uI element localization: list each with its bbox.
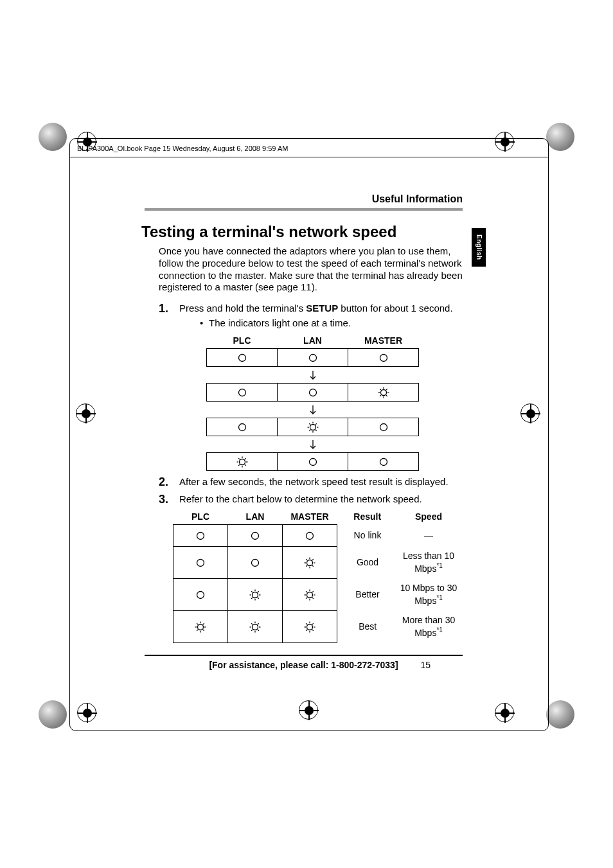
indicator-off-icon <box>195 557 206 569</box>
t2-header-master: MASTER <box>283 509 337 525</box>
intro-paragraph: Once you have connected the adaptors whe… <box>159 245 463 294</box>
indicator-on-icon <box>236 456 248 468</box>
step-1-bold: SETUP <box>306 303 338 314</box>
indicator-off-icon <box>378 352 389 364</box>
result-cell: Best <box>337 611 398 643</box>
result-cell: Better <box>337 579 398 611</box>
step-1-bullet: •The indicators light one at a time. <box>200 317 463 330</box>
step-3-text: Refer to the chart below to determine th… <box>179 493 422 504</box>
indicator-off-icon <box>307 456 319 468</box>
indicator-off-icon <box>249 557 261 569</box>
indicator-on-icon <box>249 589 261 601</box>
book-meta: BL-PA300A_OI.book Page 15 Wednesday, Aug… <box>77 145 288 152</box>
footnote-ref: *1 <box>436 626 442 633</box>
indicator-off-icon <box>378 421 389 433</box>
indicator-off-icon <box>304 530 315 542</box>
indicator-off-icon <box>378 456 389 468</box>
section-header: Useful Information <box>145 193 463 206</box>
table-row <box>207 418 419 436</box>
t2-header-result: Result <box>337 509 398 525</box>
bullet-icon: • <box>200 317 209 330</box>
arrow-down-icon <box>307 404 319 416</box>
footnote-ref: *1 <box>436 594 442 601</box>
indicator-on-icon <box>304 621 315 633</box>
footer-assist: [For assistance, please call: 1-800-272-… <box>209 660 398 671</box>
indicator-off-icon <box>195 530 206 542</box>
indicator-on-icon <box>304 589 315 601</box>
indicator-off-icon <box>249 530 261 542</box>
t1-header-plc: PLC <box>207 333 278 349</box>
indicator-off-icon <box>307 387 319 398</box>
indicator-off-icon <box>236 421 248 433</box>
table-row: Best More than 30 Mbps*1 <box>173 611 459 643</box>
table-row <box>207 349 419 367</box>
arrow-down-icon <box>307 369 319 381</box>
speed-cell: — <box>398 525 459 547</box>
page-content: Useful Information Testing a terminal's … <box>145 193 463 671</box>
indicator-off-icon <box>236 352 248 364</box>
step-number: 1. <box>159 301 168 316</box>
step-1-text-post: button for about 1 second. <box>338 303 452 314</box>
table-row <box>207 453 419 471</box>
indicator-on-icon <box>304 557 315 569</box>
indicator-off-icon <box>195 589 206 601</box>
t2-header-speed: Speed <box>398 509 459 525</box>
t1-header-master: MASTER <box>348 333 419 349</box>
step-1: 1. Press and hold the terminal's SETUP b… <box>159 303 463 471</box>
section-rule <box>145 208 463 211</box>
book-meta-rule <box>69 157 549 157</box>
page-footer: [For assistance, please call: 1-800-272-… <box>145 655 463 671</box>
indicator-off-icon <box>307 352 319 364</box>
table-row: Good Less than 10 Mbps*1 <box>173 547 459 579</box>
page-title: Testing a terminal's network speed <box>141 222 463 242</box>
page-number: 15 <box>420 660 431 671</box>
step-3: 3. Refer to the chart below to determine… <box>159 493 463 643</box>
step-1-bullet-text: The indicators light one at a time. <box>209 317 351 328</box>
step-2-text: After a few seconds, the network speed t… <box>179 476 449 487</box>
indicator-on-icon <box>378 387 389 398</box>
t2-header-lan: LAN <box>228 509 283 525</box>
indicator-on-icon <box>307 421 319 433</box>
steps-list: 1. Press and hold the terminal's SETUP b… <box>159 303 463 643</box>
result-cell: Good <box>337 547 398 579</box>
speed-cell: 10 Mbps to 30 Mbps*1 <box>398 579 459 611</box>
step-number: 2. <box>159 475 168 490</box>
speed-result-table: PLC LAN MASTER Result Speed No link — <box>173 509 459 644</box>
indicator-off-icon <box>236 387 248 398</box>
t2-header-plc: PLC <box>173 509 228 525</box>
footnote-ref: *1 <box>436 562 442 569</box>
speed-cell: Less than 10 Mbps*1 <box>398 547 459 579</box>
indicator-on-icon <box>195 621 206 633</box>
step-1-text-pre: Press and hold the terminal's <box>179 303 306 314</box>
t1-header-lan: LAN <box>278 333 348 349</box>
indicator-on-icon <box>249 621 261 633</box>
indicator-sequence-table: PLC LAN MASTER <box>206 333 419 472</box>
result-cell: No link <box>337 525 398 547</box>
step-number: 3. <box>159 492 168 507</box>
language-tab: English <box>472 228 486 267</box>
table-row: Better 10 Mbps to 30 Mbps*1 <box>173 579 459 611</box>
table-row <box>207 384 419 402</box>
step-2: 2. After a few seconds, the network spee… <box>159 476 463 488</box>
speed-cell: More than 30 Mbps*1 <box>398 611 459 643</box>
arrow-down-icon <box>307 439 319 450</box>
table-row: No link — <box>173 525 459 547</box>
